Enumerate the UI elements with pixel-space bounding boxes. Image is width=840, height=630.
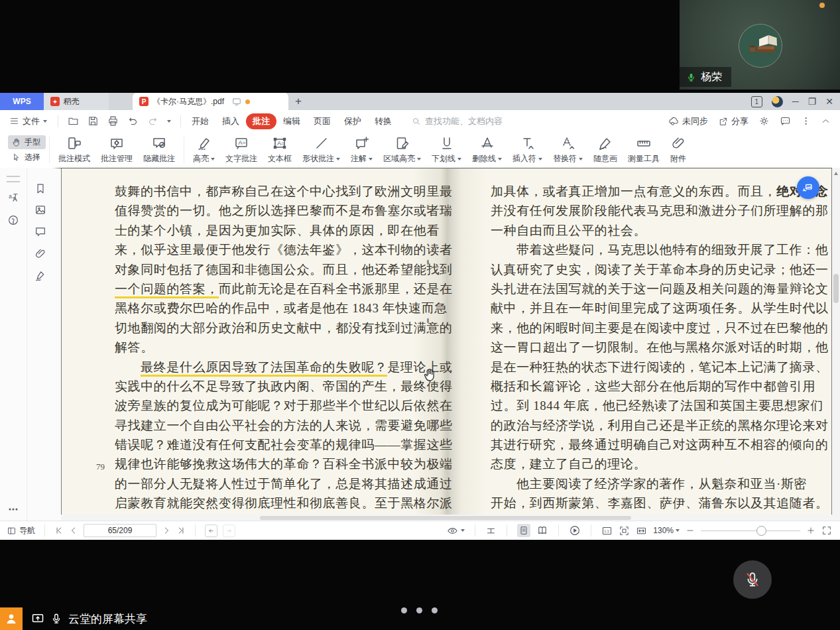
view-options-button[interactable] xyxy=(447,525,465,536)
scroll-mode-icon[interactable] xyxy=(485,525,497,536)
search-placeholder: 查找功能、文档内容 xyxy=(425,115,503,127)
mic-on-icon xyxy=(686,72,696,82)
image-icon[interactable] xyxy=(34,204,47,216)
panel-handle[interactable] xyxy=(7,176,20,182)
area-highlight-button[interactable]: 区域高亮 xyxy=(378,134,426,166)
kebab-menu-icon[interactable] xyxy=(801,116,811,126)
two-page-view-icon[interactable] xyxy=(536,525,548,536)
zoom-slider[interactable] xyxy=(701,526,800,535)
slider-thumb[interactable] xyxy=(756,526,766,536)
fit-page-icon[interactable] xyxy=(619,525,630,536)
menu-item-edit[interactable]: 编辑 xyxy=(276,113,307,129)
comment-mode-button[interactable]: 批注模式 xyxy=(53,134,95,166)
print-icon[interactable] xyxy=(107,115,119,127)
attachment-button[interactable]: 附件 xyxy=(665,134,691,166)
book-text-line: 鼓舞的书信中，都声称自己在这个中心找到了欧洲文明里最 xyxy=(115,182,406,201)
scrollbar-thumb[interactable] xyxy=(833,274,839,303)
paperclip-icon[interactable] xyxy=(34,247,47,260)
doc-count-badge[interactable]: 1 xyxy=(751,96,762,107)
freehand-draw-button[interactable]: 随意画 xyxy=(588,134,623,166)
next-page-icon[interactable] xyxy=(162,526,171,535)
zoom-level[interactable]: 130% xyxy=(653,526,680,535)
signature-icon[interactable] xyxy=(34,269,47,282)
tool-label: 隐藏批注 xyxy=(143,153,175,164)
wps-window: WPS ✦ 稻壳 P 《卡尔·马克思》.pdf + 1 ─ ❐ ✕ xyxy=(0,93,840,539)
new-tab-button[interactable]: + xyxy=(288,93,308,110)
history-forward-button[interactable] xyxy=(223,525,235,537)
dot[interactable] xyxy=(401,607,407,613)
book-text-line: 启蒙教育就能突然变得彻底理性和彻底善良。至于黑格尔派 xyxy=(115,493,406,513)
undo-icon[interactable] xyxy=(127,115,139,127)
last-page-icon[interactable] xyxy=(176,526,186,535)
mic-muted-button[interactable] xyxy=(733,560,772,599)
settings-gear-icon[interactable] xyxy=(758,115,770,127)
navigation-toggle[interactable]: 导航 xyxy=(7,525,35,536)
redo-icon[interactable] xyxy=(147,115,158,127)
text-box-button[interactable]: A= 文本框 xyxy=(263,134,297,166)
first-page-icon[interactable] xyxy=(54,526,64,535)
help-icon[interactable] xyxy=(7,214,19,226)
dot[interactable] xyxy=(432,607,438,613)
quickbar-more-icon[interactable] xyxy=(167,120,171,123)
maximize-button[interactable]: ❐ xyxy=(808,97,817,106)
menu-item-page[interactable]: 页面 xyxy=(307,113,337,129)
scrollbar-thumb[interactable] xyxy=(260,516,631,520)
strikethrough-button[interactable]: 删除线 xyxy=(467,134,507,166)
prev-page-icon[interactable] xyxy=(69,526,78,535)
actual-size-icon[interactable]: 1:1 xyxy=(601,525,613,536)
underline-button[interactable]: 下划线 xyxy=(426,134,467,166)
collapse-ribbon-icon[interactable] xyxy=(821,116,831,126)
search-box[interactable]: 查找功能、文档内容 xyxy=(412,115,503,127)
translate-icon[interactable]: a xyxy=(7,192,19,204)
screen-share-bar: 云堂的屏幕共享 xyxy=(0,607,147,630)
hand-tool-button[interactable]: 手型 xyxy=(8,135,46,149)
menu-item-comment-active[interactable]: 批注 xyxy=(246,113,276,129)
menu-item-protect[interactable]: 保护 xyxy=(337,113,368,129)
single-page-view-button[interactable] xyxy=(517,524,530,537)
zoom-in-button[interactable] xyxy=(806,526,815,535)
tab-document[interactable]: P 《卡尔·马克思》.pdf xyxy=(133,93,288,110)
account-avatar[interactable] xyxy=(772,96,783,107)
comment-icon[interactable] xyxy=(34,225,47,238)
sync-status[interactable]: 未同步 xyxy=(668,115,708,127)
scroll-up-arrow[interactable] xyxy=(834,172,838,175)
feedback-bubble-icon[interactable] xyxy=(780,115,791,127)
book-text-line: 一种自由而且公平的社会。 xyxy=(491,221,784,240)
highlight-button[interactable]: 高亮 xyxy=(188,134,220,166)
text-comment-button[interactable]: A= 文字批注 xyxy=(220,134,263,166)
insert-caret-button[interactable]: 插入符 xyxy=(507,134,548,166)
minimize-button[interactable]: ─ xyxy=(792,97,799,106)
share-button[interactable]: 分享 xyxy=(718,115,749,127)
close-button[interactable]: ✕ xyxy=(825,97,833,106)
file-menu[interactable]: 文件 xyxy=(0,115,54,127)
select-tool-button[interactable]: 选择 xyxy=(8,151,46,164)
menu-item-insert[interactable]: 插入 xyxy=(215,113,246,129)
replace-mark-button[interactable]: 替换符 xyxy=(548,134,588,166)
shape-comment-button[interactable]: 形状批注 xyxy=(297,134,345,166)
comment-manage-button[interactable]: 批注管理 xyxy=(95,134,138,166)
more-dots-icon[interactable] xyxy=(7,503,20,516)
webcam-tile[interactable]: 杨荣 xyxy=(680,0,840,90)
fullscreen-icon[interactable] xyxy=(821,525,832,536)
wps-home-button[interactable]: WPS xyxy=(0,93,44,110)
zoom-out-button[interactable] xyxy=(686,526,695,535)
open-folder-icon[interactable] xyxy=(68,115,79,127)
play-slideshow-icon[interactable] xyxy=(569,525,581,536)
menu-item-start[interactable]: 开始 xyxy=(185,113,215,129)
hide-comments-button[interactable]: 隐藏批注 xyxy=(138,134,180,166)
participant-badge[interactable] xyxy=(0,607,23,630)
tab-docer[interactable]: ✦ 稻壳 xyxy=(44,93,109,110)
slide-dots[interactable] xyxy=(401,607,438,613)
menu-item-convert[interactable]: 转换 xyxy=(368,113,398,129)
history-back-button[interactable] xyxy=(205,525,217,537)
floating-extract-button[interactable] xyxy=(797,176,819,199)
dot[interactable] xyxy=(416,607,422,613)
vertical-scrollbar[interactable] xyxy=(832,168,840,521)
note-button[interactable]: 注解 xyxy=(345,134,378,166)
page-number-input[interactable]: 65/209 xyxy=(84,524,156,537)
fit-width-icon[interactable] xyxy=(636,525,647,536)
save-icon[interactable] xyxy=(88,115,99,127)
bookmark-icon[interactable] xyxy=(34,182,47,195)
document-viewport[interactable]: 鼓舞的书信中，都声称自己在这个中心找到了欧洲文明里最值得赞赏的一切。他之所以选择… xyxy=(53,168,832,521)
measure-tool-button[interactable]: 测量工具 xyxy=(623,134,665,166)
